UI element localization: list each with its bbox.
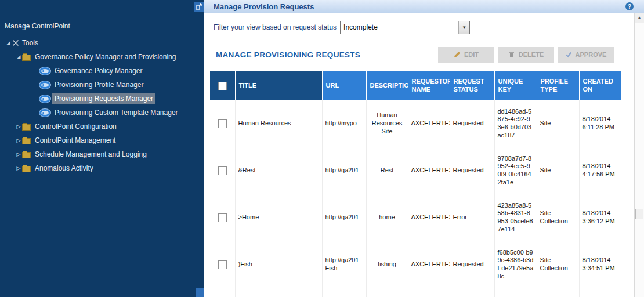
cell-title: >Home [235,194,322,241]
gear-icon [39,81,50,89]
column-header-url[interactable]: URL [322,71,366,100]
cell-url: http://qa201 [322,288,366,297]
gear-icon [39,95,50,103]
table-row: )Fishhttp://qa201 FishfishingAXCELERTESR… [210,241,621,288]
select-all-checkbox[interactable] [218,82,227,90]
sidebar-item-governance-policy-manager-and-provisioning[interactable]: ◢Governance Policy Manager and Provision… [0,50,204,64]
sidebar-item-label: Schedule Management and Logging [32,149,149,160]
sidebar: Manage ControlPoint ◢Tools◢Governance Po… [0,0,204,297]
cell-description: Rest [366,147,408,194]
approve-button[interactable]: APPROVE [558,47,614,63]
status-dropdown-value: Incomplete [341,23,458,31]
cell-url: http://qa201 Fish [322,241,366,288]
filter-row: Filter your view based on request status… [210,21,644,34]
cell-url: http://qa201 [322,147,366,194]
main-panel: Manage Provision Requests ? Filter your … [204,0,644,297]
cell-requestor_name: AXCELERTES [408,241,450,288]
cell-requestor_name: AXCELERTES [408,100,450,147]
delete-button[interactable]: DELETE [498,47,554,63]
column-header-unique-key[interactable]: UNIQUE KEY [494,71,537,100]
approve-button-label: APPROVE [576,51,607,58]
row-checkbox[interactable] [218,213,227,222]
row-checkbox[interactable] [218,119,227,128]
cell-created_on: 8/18/2014 6:11:28 PM [579,100,621,147]
cell-description: home [366,194,408,241]
cell-profile_type: Site Collection [537,241,579,288]
row-checkbox-cell [210,100,235,147]
cell-request_status: Processing [450,288,494,297]
nav-tree: ◢Tools◢Governance Policy Manager and Pro… [0,36,204,175]
column-header-requestor-name[interactable]: REQUESTOR NAME [408,71,450,100]
cell-profile_type: Site Collection [537,288,579,297]
folder-icon [22,138,31,144]
sidebar-item-anomalous-activity[interactable]: ▷Anomalous Activity [0,161,204,175]
cell-title: 7RT [235,288,322,297]
column-header-request-status[interactable]: REQUEST STATUS [450,71,494,100]
help-icon[interactable]: ? [625,2,634,10]
cell-requestor_name: AXCELERTES [408,147,450,194]
column-header-title[interactable]: TITLE [235,71,322,100]
table-row: >Homehttp://qa201homeAXCELERTESError423a… [210,194,621,241]
cell-created_on: 8/18/2014 4:17:56 PM [579,147,621,194]
page-title: MANAGE PROVISIONING REQUESTS [216,50,360,59]
cell-unique_key: f68b5c00-b99c-4386-b3df-de2179e5a8c [494,241,537,288]
cell-profile_type: Site Collection [537,194,579,241]
folder-icon [22,55,31,61]
folder-icon [22,124,31,131]
popout-window-icon[interactable] [194,2,204,12]
row-checkbox[interactable] [218,166,227,175]
delete-button-label: DELETE [519,51,544,58]
cell-description: fishing [366,241,408,288]
scroll-thumb[interactable] [635,209,643,219]
sidebar-item-schedule-management-and-logging[interactable]: ▷Schedule Management and Logging [0,147,204,161]
gear-icon [39,67,50,75]
vertical-scrollbar[interactable]: ▲ [634,13,644,297]
column-header-created-on[interactable]: CREATED ON [579,71,621,100]
sidebar-item-label: ControlPoint Configuration [32,121,119,132]
sidebar-item-tools[interactable]: ◢Tools [0,36,204,50]
row-checkbox-cell [210,194,235,241]
tree-collapsed-icon[interactable]: ▷ [15,137,22,143]
cell-description: 7RTYUIh [366,288,408,297]
panel-content: Filter your view based on request status… [204,21,644,297]
panel-title: Manage Provision Requests [214,2,314,11]
sidebar-item-label: ControlPoint Management [32,135,118,146]
select-all-header [210,71,235,100]
chevron-down-icon[interactable]: ▼ [458,21,469,34]
tree-collapsed-icon[interactable]: ▷ [15,124,22,129]
cell-unique_key: f8e9e997-6869-4792-bab5- [494,288,537,297]
cell-url: http://qa201 [322,194,366,241]
tools-icon [12,39,20,46]
row-checkbox-cell [210,288,235,297]
scroll-up-button[interactable]: ▲ [635,13,644,23]
column-header-description[interactable]: DESCRIPTION [366,71,408,100]
sidebar-item-label: Tools [20,38,41,48]
sidebar-item-controlpoint-configuration[interactable]: ▷ControlPoint Configuration [0,119,204,133]
cell-unique_key: 9708a7d7-8952-4ee5-90f9-0fc41642fa1e [494,147,537,194]
sidebar-item-label: Provisioning Requests Manager [52,93,155,104]
toolbar: EDIT DELETE APPROVE [435,47,614,63]
cell-requestor_name: AXCELERTES [408,194,450,241]
requests-table: TITLEURLDESCRIPTIONREQUESTOR NAMEREQUEST… [210,71,621,297]
edit-button[interactable]: EDIT [438,47,494,63]
cell-created_on: 8/18/2014 3:33:29 PM [579,288,621,297]
folder-icon [22,166,31,172]
tree-expanded-icon[interactable]: ◢ [5,40,12,46]
sidebar-item-provisioning-requests-manager[interactable]: Provisioning Requests Manager [0,92,204,106]
column-header-profile-type[interactable]: PROFILE TYPE [537,71,579,100]
sidebar-item-controlpoint-management[interactable]: ▷ControlPoint Management [0,133,204,147]
row-checkbox[interactable] [218,260,227,269]
pencil-icon [454,51,461,58]
tree-collapsed-icon[interactable]: ▷ [15,165,22,171]
tree-collapsed-icon[interactable]: ▷ [15,151,22,157]
tree-expanded-icon[interactable]: ◢ [15,54,22,60]
sidebar-item-provisioning-custom-template-manager[interactable]: Provisioning Custom Template Manager [0,106,204,119]
sidebar-item-provisioning-profile-manager[interactable]: Provisioning Profile Manager [0,78,204,92]
status-dropdown[interactable]: Incomplete ▼ [340,21,470,34]
sidebar-title: Manage ControlPoint [5,22,204,30]
cell-created_on: 8/18/2014 3:34:51 PM [579,241,621,288]
cell-title: Human Resources [235,100,322,147]
cell-request_status: Requested [450,147,494,194]
sidebar-item-label: Governance Policy Manager [52,66,144,76]
sidebar-item-governance-policy-manager[interactable]: Governance Policy Manager [0,64,204,78]
